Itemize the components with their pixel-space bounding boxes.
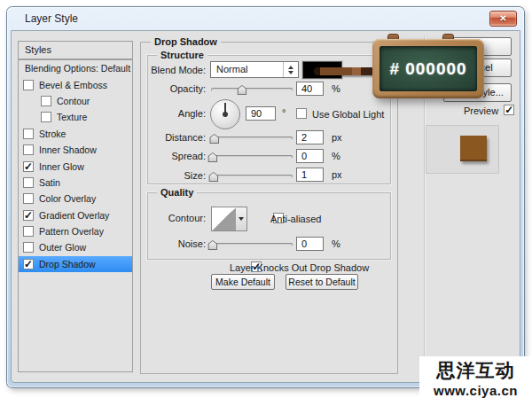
structure-legend: Structure [157, 50, 207, 60]
sidebar-item-contour[interactable]: Contour [19, 93, 132, 109]
style-checkbox[interactable] [23, 242, 34, 253]
noise-unit: % [332, 238, 340, 249]
angle-label: Angle: [115, 108, 206, 119]
sidebar-item-label: Color Overlay [39, 193, 96, 204]
style-checkbox[interactable] [23, 210, 34, 221]
distance-input[interactable] [296, 130, 324, 144]
angle-hub [223, 112, 228, 117]
watermark: 思洋互动 www.ciya.cn [419, 356, 532, 398]
opacity-label: Opacity: [115, 83, 206, 94]
watermark-brand: 思洋互动 [419, 358, 532, 383]
sidebar-item-label: Outer Glow [39, 242, 86, 253]
preview-thumbnail [460, 136, 487, 161]
distance-slider[interactable] [211, 133, 293, 144]
opacity-slider[interactable] [211, 84, 293, 96]
chalkboard-overlay: # 000000 [372, 39, 484, 98]
slider-thumb[interactable] [237, 85, 246, 95]
style-checkbox[interactable] [23, 129, 34, 139]
reset-to-default-button[interactable]: Reset to Default [286, 274, 358, 290]
size-label: Size: [115, 170, 206, 181]
opacity-input[interactable] [296, 82, 324, 96]
slider-track [211, 88, 293, 91]
noise-label: Noise: [115, 238, 206, 249]
sidebar-item-label: Pattern Overlay [39, 226, 104, 237]
use-global-light-label: Use Global Light [312, 109, 384, 120]
pointer-stick-icon [314, 67, 379, 75]
blend-mode-label: Blend Mode: [115, 65, 206, 75]
style-checkbox[interactable] [41, 112, 51, 122]
spread-input[interactable] [296, 149, 324, 163]
spread-unit: % [332, 151, 340, 161]
slider-track [211, 243, 293, 246]
styles-header-label: Styles [25, 44, 51, 55]
style-checkbox[interactable] [23, 161, 34, 172]
preview-checkbox[interactable] [504, 105, 514, 115]
spread-slider[interactable] [211, 152, 293, 163]
sidebar-item-pattern-overlay[interactable]: Pattern Overlay [19, 223, 132, 239]
anti-aliased-label: Anti-aliased [270, 214, 321, 224]
watermark-url: www.ciya.cn [419, 383, 532, 398]
slider-track [211, 175, 293, 178]
blend-mode-value: Normal [216, 64, 247, 74]
preview-label: Preview [464, 105, 498, 116]
knockout-label: Layer Knocks Out Drop Shadow [230, 262, 369, 273]
sidebar-item-label: Satin [39, 177, 60, 188]
size-unit: px [332, 169, 342, 180]
sidebar-item-label: Bevel & Emboss [39, 80, 107, 90]
contour-picker[interactable] [211, 207, 237, 231]
screenshot-root: Layer Style ✕ Styles Blending Options: D… [0, 0, 532, 398]
style-checkbox[interactable] [23, 80, 34, 90]
angle-input[interactable] [246, 106, 276, 121]
styles-header: Styles [18, 41, 133, 59]
style-checkbox[interactable] [23, 259, 34, 269]
angle-unit: ° [282, 107, 286, 118]
slider-track [211, 137, 293, 140]
sidebar-item-drop-shadow[interactable]: Drop Shadow [19, 256, 132, 272]
distance-label: Distance: [115, 132, 206, 143]
slider-thumb[interactable] [209, 134, 219, 144]
sidebar-item-label: Stroke [39, 129, 66, 139]
size-input[interactable] [296, 168, 324, 182]
distance-unit: px [332, 132, 342, 143]
sidebar-item-label: Inner Glow [39, 161, 84, 172]
style-checkbox[interactable] [23, 226, 34, 237]
noise-input[interactable] [296, 237, 324, 251]
combo-arrows-icon [283, 62, 298, 77]
style-checkbox[interactable] [41, 96, 51, 106]
sidebar-item-label: Drop Shadow [39, 259, 96, 269]
style-checkbox[interactable] [23, 193, 34, 204]
contour-dropdown-icon[interactable] [236, 207, 247, 231]
slider-track [211, 155, 293, 159]
blend-mode-select[interactable]: Normal [210, 61, 299, 78]
sidebar-item-label: Inner Shadow [39, 144, 97, 155]
opacity-unit: % [332, 83, 340, 94]
spread-label: Spread: [115, 151, 206, 161]
quality-legend: Quality [157, 187, 197, 198]
style-checkbox[interactable] [23, 144, 34, 155]
use-global-light-checkbox[interactable] [296, 108, 307, 119]
chalkboard-surface: # 000000 [379, 46, 477, 91]
sidebar-item-label: Gradient Overlay [39, 210, 109, 221]
angle-dial[interactable] [210, 99, 240, 129]
style-checkbox[interactable] [23, 177, 34, 188]
contour-label: Contour: [115, 213, 206, 223]
sidebar-item-label: Contour [57, 96, 90, 106]
make-default-button[interactable]: Make Default [211, 274, 275, 290]
hex-color-annotation: # 000000 [389, 59, 466, 79]
panel-title: Drop Shadow [151, 36, 221, 47]
noise-slider[interactable] [211, 239, 293, 251]
sidebar-item-label: Texture [57, 112, 87, 122]
size-slider[interactable] [211, 171, 293, 183]
sidebar-item-color-overlay[interactable]: Color Overlay [19, 191, 132, 207]
